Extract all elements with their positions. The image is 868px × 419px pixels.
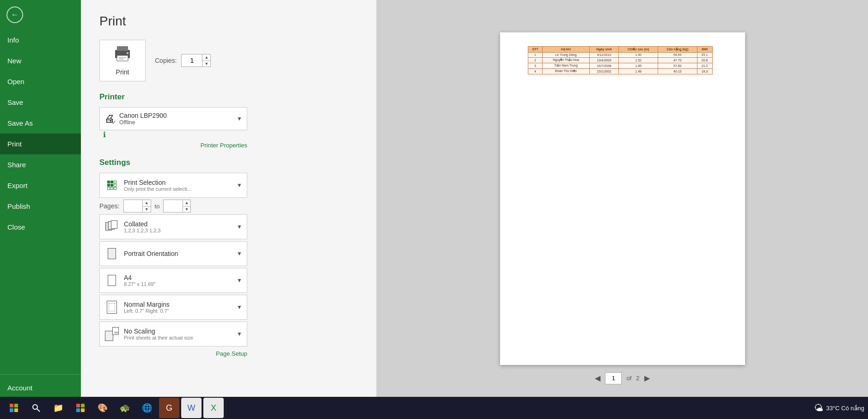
scaling-icon: 100 [104,327,119,341]
pages-to-spinners: ▲ ▼ [183,200,191,213]
margins-text: Normal Margins Left: 0.7" Right: 0.7" [124,301,232,314]
pages-from-input[interactable]: ▲ ▼ [123,200,151,213]
sidebar-item-account[interactable]: Account [0,377,81,398]
chrome-button[interactable]: 🌐 [137,398,157,418]
table-cell: 1.65 [619,63,658,68]
page-setup-link[interactable]: Page Setup [99,350,247,357]
store-button[interactable] [70,398,91,418]
table-row: 2Nguyễn Thảo Hoa13/4/20091.5247.7020.6 [528,57,712,63]
file-explorer-button[interactable]: 📁 [48,398,68,418]
table-cell: 57.80 [658,63,697,68]
pages-to-up[interactable]: ▲ [183,200,191,206]
margins-row[interactable]: Normal Margins Left: 0.7" Right: 0.7" ▼ [99,295,247,320]
table-cell: 4/12/2010 [589,52,619,57]
svg-line-11 [37,409,40,412]
scaling-main: No Scaling [124,328,232,335]
printer-check-icon: ✓ [112,119,116,126]
table-cell: 47.70 [658,57,697,63]
printer-name: Canon LBP2900 [119,112,232,119]
orientation-main: Portrait Orientation [124,250,232,257]
margins-sub: Left: 0.7" Right: 0.7" [124,308,232,314]
main-content: Print Print [81,0,868,419]
pages-from-down[interactable]: ▼ [143,206,151,213]
table-cell: Nguyễn Thảo Hoa [543,57,589,63]
print-selection-sub: Only print the current selecti... [124,186,232,192]
printer-section: Printer 🖨 ✓ Canon LBP2900 Offline ▼ ℹ [99,92,358,149]
search-taskbar-button[interactable] [26,398,46,418]
table-cell: 40.15 [658,68,697,74]
table-row: 4Đoàn Thu Hiền23/1/20021.4840.1518.3 [528,68,712,74]
table-cell: 56.50 [658,52,697,57]
sidebar-item-share[interactable]: Share [0,154,81,175]
orientation-text: Portrait Orientation [124,250,232,257]
col-ngaysinh: Ngày sinh [589,46,619,52]
sidebar-item-new[interactable]: New [0,50,81,71]
pages-to-input[interactable]: ▲ ▼ [163,200,191,213]
paper-row[interactable]: A4 8.27" x 11.69" ▼ [99,268,247,293]
printer-info-icon[interactable]: ℹ [103,130,106,139]
total-pages: 2 [636,375,639,382]
print-selection-text: Print Selection Only print the current s… [124,179,232,192]
start-button[interactable] [4,398,24,418]
word-button[interactable]: W [181,398,202,418]
svg-rect-14 [76,408,80,412]
sidebar: ← Info New Open Save Save As Print Share… [0,0,81,419]
page-preview: STT Họ tên Ngày sinh Chiều cao (m) Cân n… [500,32,745,365]
printer-properties-link[interactable]: Printer Properties [99,142,247,149]
copies-input[interactable]: 1 ▲ ▼ [181,54,211,67]
sidebar-item-close[interactable]: Close [0,217,81,237]
collate-icon [104,219,119,234]
app6-button[interactable]: G [159,398,179,418]
table-cell: 23/1/2002 [589,68,619,74]
col-bmi: BMI [697,46,712,52]
preview-panel: STT Họ tên Ngày sinh Chiều cao (m) Cân n… [377,0,868,419]
settings-section: Settings Print Selection Only print the … [99,158,358,357]
table-cell: Đoàn Thu Hiền [543,68,589,74]
svg-rect-13 [81,404,85,407]
sidebar-item-save[interactable]: Save [0,92,81,113]
scaling-row[interactable]: 100 No Scaling Print sheets at their act… [99,322,247,346]
print-panel: Print Print [81,0,377,419]
paint-button[interactable]: 🎨 [92,398,113,418]
pages-label: Pages: [99,202,120,210]
svg-rect-12 [76,404,80,407]
pages-from-up[interactable]: ▲ [143,200,151,206]
next-page-button[interactable]: ▶ [644,374,650,383]
collated-row[interactable]: Collated 1,2,3 1,2,3 1,2,3 ▼ [99,214,247,239]
copies-spin-down[interactable]: ▼ [202,61,210,67]
sidebar-item-publish[interactable]: Publish [0,196,81,217]
sidebar-divider [0,374,81,375]
sidebar-item-export[interactable]: Export [0,175,81,196]
printer-select[interactable]: 🖨 ✓ Canon LBP2900 Offline ▼ [99,107,247,130]
orientation-row[interactable]: Portrait Orientation ▼ [99,241,247,266]
preview-table-container: STT Họ tên Ngày sinh Chiều cao (m) Cân n… [528,46,713,74]
collated-main: Collated [124,220,232,228]
table-row: 3Trần Nam Trung16/7/20081.6557.8021.2 [528,63,712,68]
sidebar-item-saveas[interactable]: Save As [0,113,81,134]
col-cannang: Cân nặng (kg) [658,46,697,52]
page-title: Print [99,14,358,29]
page-number-input[interactable]: 1 [605,372,622,384]
weather-display: 🌤 33°C Có nắng [814,403,864,413]
printer-icon-large [113,45,132,66]
pages-to-down[interactable]: ▼ [183,206,191,213]
app5-button[interactable]: 🐢 [115,398,135,418]
pages-to-label: to [155,203,160,210]
print-btn-label: Print [116,68,129,76]
table-cell: Trần Nam Trung [543,63,589,68]
excel-button[interactable]: X [203,398,224,418]
print-selection-row[interactable]: Print Selection Only print the current s… [99,173,247,198]
print-button[interactable]: Print [99,40,146,81]
paper-icon [104,273,119,288]
sidebar-item-info[interactable]: Info [0,30,81,50]
table-cell: 2 [528,57,543,63]
back-button[interactable]: ← [4,4,26,26]
svg-rect-9 [14,408,18,412]
collated-sub: 1,2,3 1,2,3 1,2,3 [124,228,232,233]
current-page: 1 [612,375,615,382]
sidebar-item-open[interactable]: Open [0,71,81,92]
prev-page-button[interactable]: ◀ [595,374,600,383]
orientation-arrow: ▼ [237,250,242,257]
copies-spin-up[interactable]: ▲ [202,54,210,61]
sidebar-item-print[interactable]: Print [0,134,81,154]
